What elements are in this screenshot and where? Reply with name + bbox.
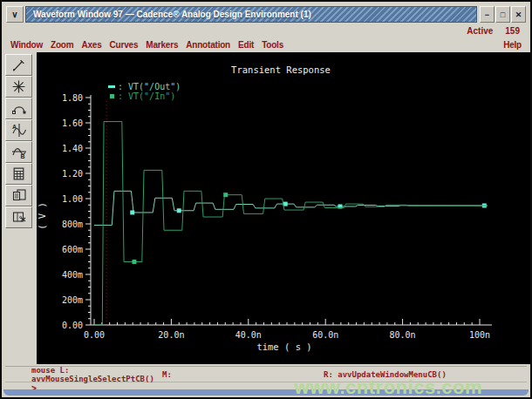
active-label: Active (467, 26, 493, 36)
vertical-marker-a-icon: A (11, 123, 27, 138)
y-tick-label: 400m (62, 270, 83, 280)
y-tick-label: 200m (62, 295, 83, 305)
x-tick-label: 60.0n (312, 330, 338, 340)
menu-tools[interactable]: Tools (262, 40, 283, 50)
menu-curves[interactable]: Curves (110, 40, 139, 50)
y-tick-label: 1.20 (62, 169, 83, 179)
trace-marker (223, 193, 228, 197)
watermark-text: www.cntronics.com (294, 376, 482, 399)
slice-window-icon (11, 210, 27, 225)
mouse-left-binding: mouse L: avvMouseSingleSelectPtCB() (5, 366, 162, 383)
plot-title: Transient Response (231, 64, 331, 75)
horizontal-marker-b-icon: B (11, 145, 27, 159)
close-icon: ✕ (515, 10, 522, 19)
copy-window-button[interactable] (5, 185, 32, 206)
close-button[interactable]: ✕ (511, 6, 526, 23)
sweep-arc-button[interactable] (5, 98, 32, 119)
menu-axes[interactable]: Axes (81, 40, 101, 50)
maximize-button[interactable]: □ (495, 6, 510, 23)
y-tick-label: 600m (62, 245, 83, 254)
main-area: A B (5, 52, 530, 364)
y-tick-label: 0.00 (62, 321, 83, 330)
trace-marker (132, 260, 136, 264)
y-tick-label: 1.60 (62, 118, 83, 128)
calculator-button[interactable] (5, 163, 32, 185)
menu-window[interactable]: Window (10, 40, 43, 50)
waveform-plot-area[interactable]: 0.00200m400m600m800m1.001.201.401.601.80… (37, 52, 530, 364)
trace-out (94, 191, 488, 225)
y-tick-label: 1.80 (62, 93, 83, 103)
x-tick-label: 20.0n (158, 330, 184, 340)
zoom-star-icon (11, 79, 26, 94)
y-axis-label: ( V ) (37, 202, 47, 230)
minimize-button[interactable]: − (480, 6, 494, 23)
maximize-icon: □ (501, 10, 505, 19)
slice-window-button[interactable] (5, 206, 32, 228)
window-menu-button[interactable]: ∨ (6, 6, 24, 23)
y-tick-label: 800m (62, 220, 83, 229)
sweep-arc-icon (11, 102, 27, 116)
window-title: Waveform Window 97 — Cadence® Analog Des… (26, 10, 311, 19)
x-tick-label: 0.00 (84, 330, 105, 340)
vertical-marker-a-button[interactable]: A (5, 119, 32, 141)
x-tick-label: 40.0n (235, 330, 262, 340)
chevron-down-icon: ∨ (11, 10, 17, 19)
legend-square-marker (110, 94, 114, 98)
menu-zoom[interactable]: Zoom (51, 40, 73, 50)
menu-annotation[interactable]: Annotation (186, 40, 230, 50)
calculator-icon (11, 166, 26, 181)
copy-window-icon (11, 188, 27, 203)
trace-marker (177, 208, 181, 213)
titlebar[interactable]: Waveform Window 97 — Cadence® Analog Des… (25, 6, 477, 23)
active-count: 159 (505, 26, 520, 36)
probe-pen-icon (11, 57, 26, 72)
trace-in (94, 122, 488, 325)
legend-entry: : VT("/Out") (118, 82, 181, 91)
x-tick-label: 100n (469, 330, 490, 340)
active-row: Active 159 (6, 24, 520, 37)
menu-edit[interactable]: Edit (238, 40, 254, 50)
y-tick-label: 1.00 (62, 194, 83, 204)
title-row: ∨ Waveform Window 97 — Cadence® Analog D… (6, 6, 526, 23)
menu-bar: Window Zoom Axes Curves Markers Annotati… (10, 37, 522, 51)
trace-marker (130, 210, 134, 214)
waveform-plot: 0.00200m400m600m800m1.001.201.401.601.80… (37, 52, 530, 364)
x-tick-label: 80.0n (390, 330, 416, 340)
minimize-icon: − (485, 10, 489, 19)
probe-pen-button[interactable] (5, 54, 32, 76)
zoom-star-button[interactable] (5, 76, 32, 98)
waveform-window: ∨ Waveform Window 97 — Cadence® Analog D… (0, 0, 532, 399)
menu-markers[interactable]: Markers (146, 40, 178, 50)
x-axis-label: time ( s ) (256, 342, 311, 352)
svg-text:B: B (20, 153, 24, 159)
horizontal-marker-b-button[interactable]: B (5, 141, 32, 163)
legend-dash-marker (108, 85, 115, 88)
legend-entry: : VT("/In") (118, 91, 175, 101)
menu-help[interactable]: Help (503, 40, 522, 50)
y-tick-label: 1.40 (62, 144, 83, 153)
toolbar: A B (5, 54, 35, 228)
